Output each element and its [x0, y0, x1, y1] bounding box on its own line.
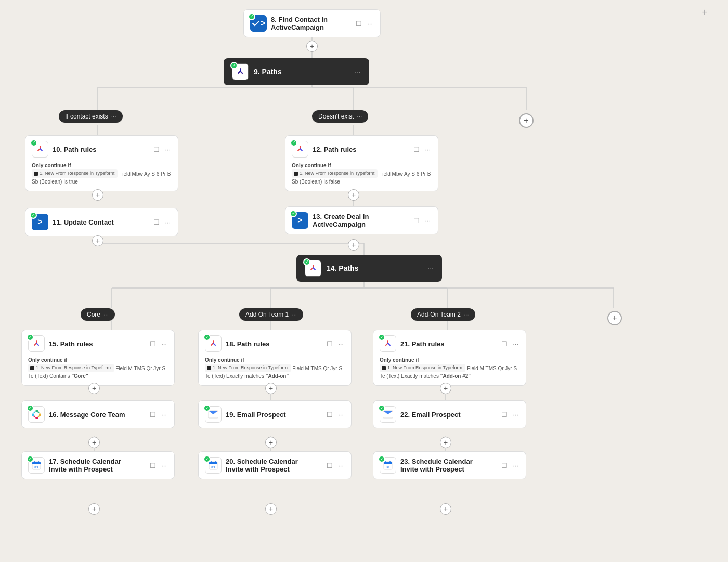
plus-btn-18-19[interactable]: + — [265, 383, 277, 394]
svg-rect-38 — [34, 412, 35, 413]
node-21-icon — [380, 335, 396, 352]
check-badge-11 — [30, 212, 37, 219]
check-badge-20 — [203, 455, 211, 463]
svg-text:31: 31 — [386, 465, 390, 469]
node-14-icon — [305, 260, 321, 277]
pill-addon1-label: Add On Team 1 — [245, 311, 289, 318]
pill-core[interactable]: Core ··· — [81, 308, 115, 321]
node-12-more-btn[interactable]: ··· — [424, 145, 432, 154]
plus-btn-11-14[interactable]: + — [92, 235, 103, 246]
node-8-comment-btn[interactable]: ☐ — [355, 19, 363, 29]
node-15-body: Only continue if 1. New From Response in… — [28, 356, 168, 380]
svg-text:31: 31 — [34, 465, 38, 469]
node-16-more-btn[interactable]: ··· — [160, 410, 168, 420]
add-path-btn-14[interactable]: + — [607, 311, 622, 325]
plus-btn-23-bottom[interactable]: + — [440, 503, 451, 515]
node-13-title: 13. Create Deal in ActiveCampaign — [313, 213, 408, 228]
node-11: > 11. Update Contact ☐ ··· — [25, 208, 178, 236]
check-badge-12 — [290, 139, 297, 147]
add-path-btn-top[interactable]: + — [519, 113, 534, 128]
node-9-more-btn[interactable]: ··· — [355, 68, 361, 76]
plus-btn-21-22[interactable]: + — [440, 383, 451, 394]
node-15-comment-btn[interactable]: ☐ — [149, 339, 157, 349]
node-23-title: 23. Schedule CalendarInvite with Prospec… — [400, 458, 496, 473]
node-13-more-btn[interactable]: ··· — [424, 216, 432, 226]
pill-addon2-more[interactable]: ··· — [464, 311, 469, 318]
node-11-more-btn[interactable]: ··· — [164, 217, 172, 227]
pill-core-label: Core — [87, 311, 100, 318]
node-15: 15. Path rules ☐ ··· Only continue if 1.… — [21, 330, 175, 386]
plus-btn-19-20[interactable]: + — [265, 437, 277, 448]
svg-rect-34 — [32, 413, 34, 416]
node-20-icon: 31 — [205, 457, 222, 474]
plus-btn-22-23[interactable]: + — [440, 437, 451, 448]
node-12-body: Only continue if 1. New From Response in… — [292, 162, 432, 186]
pill-addon1-more[interactable]: ··· — [292, 311, 297, 318]
node-18-comment-btn[interactable]: ☐ — [326, 339, 334, 349]
node-8-title: 8. Find Contact in ActiveCampaign — [271, 16, 350, 31]
node-23-more-btn[interactable]: ··· — [512, 461, 519, 470]
node-20-more-btn[interactable]: ··· — [337, 461, 345, 470]
node-19-icon — [205, 406, 222, 423]
node-17-more-btn[interactable]: ··· — [160, 461, 168, 470]
node-22-more-btn[interactable]: ··· — [512, 410, 519, 420]
node-21-comment-btn[interactable]: ☐ — [500, 339, 509, 349]
plus-btn-13-14[interactable]: + — [348, 239, 359, 251]
svg-rect-58 — [384, 463, 392, 464]
check-badge-23 — [378, 455, 385, 463]
pill-if-contact-exists[interactable]: If contact exists ··· — [59, 110, 123, 123]
node-8-icon: > — [250, 15, 267, 32]
node-10-title: 10. Path rules — [53, 146, 148, 153]
node-12-comment-btn[interactable]: ☐ — [412, 145, 421, 154]
node-9-title: 9. Paths — [254, 68, 355, 76]
node-15-more-btn[interactable]: ··· — [160, 339, 168, 349]
node-20-comment-btn[interactable]: ☐ — [326, 461, 334, 470]
node-22-icon — [380, 406, 396, 423]
node-19-comment-btn[interactable]: ☐ — [326, 410, 334, 420]
check-badge-14 — [303, 258, 310, 266]
node-19-more-btn[interactable]: ··· — [337, 410, 345, 420]
node-23-comment-btn[interactable]: ☐ — [500, 461, 509, 470]
plus-btn-10-11[interactable]: + — [92, 189, 103, 201]
check-badge-21 — [378, 334, 385, 341]
plus-btn-16-17[interactable]: + — [88, 437, 100, 448]
node-12-icon — [292, 141, 308, 158]
pill-addon2-label: Add-On Team 2 — [417, 311, 461, 318]
node-18-more-btn[interactable]: ··· — [337, 339, 345, 349]
node-17-comment-btn[interactable]: ☐ — [149, 461, 157, 470]
plus-btn-20-bottom[interactable]: + — [265, 503, 277, 515]
plus-btn-12-13[interactable]: + — [348, 189, 359, 201]
node-10-more-btn[interactable]: ··· — [164, 145, 172, 154]
node-8-more-btn[interactable]: ··· — [366, 19, 374, 29]
node-11-title: 11. Update Contact — [53, 218, 148, 226]
node-10-body: Only continue if 1. New From Response in… — [32, 162, 172, 186]
top-right-plus[interactable]: + — [701, 7, 707, 18]
node-10-icon — [32, 141, 48, 158]
node-8: > 8. Find Contact in ActiveCampaign ☐ ··… — [243, 9, 381, 37]
node-11-comment-btn[interactable]: ☐ — [152, 217, 161, 227]
pill-if-contact-label: If contact exists — [65, 113, 108, 120]
pill-doesnt-more[interactable]: ··· — [357, 113, 362, 120]
plus-btn-8-9[interactable]: + — [306, 41, 318, 52]
pill-if-contact-more[interactable]: ··· — [111, 113, 116, 120]
node-10-comment-btn[interactable]: ☐ — [152, 145, 161, 154]
svg-rect-37 — [35, 417, 38, 419]
node-14-more-btn[interactable]: ··· — [427, 264, 434, 272]
check-badge-10 — [30, 139, 37, 147]
plus-btn-15-16[interactable]: + — [88, 383, 100, 394]
pill-addon1[interactable]: Add On Team 1 ··· — [239, 308, 303, 321]
check-badge — [248, 13, 255, 20]
check-badge-18 — [203, 334, 211, 341]
pill-core-more[interactable]: ··· — [103, 311, 109, 318]
node-13: > 13. Create Deal in ActiveCampaign ☐ ··… — [285, 206, 438, 234]
pill-doesnt-exist[interactable]: Doesn't exist ··· — [312, 110, 368, 123]
node-19-title: 19. Email Prospect — [226, 411, 321, 419]
node-13-comment-btn[interactable]: ☐ — [412, 216, 421, 226]
node-16-comment-btn[interactable]: ☐ — [149, 410, 157, 420]
node-22-comment-btn[interactable]: ☐ — [500, 410, 509, 420]
pill-addon2[interactable]: Add-On Team 2 ··· — [411, 308, 475, 321]
node-21-more-btn[interactable]: ··· — [512, 339, 519, 349]
plus-btn-17-bottom[interactable]: + — [88, 503, 100, 515]
node-15-title: 15. Path rules — [49, 340, 145, 348]
node-16-icon — [28, 406, 45, 423]
